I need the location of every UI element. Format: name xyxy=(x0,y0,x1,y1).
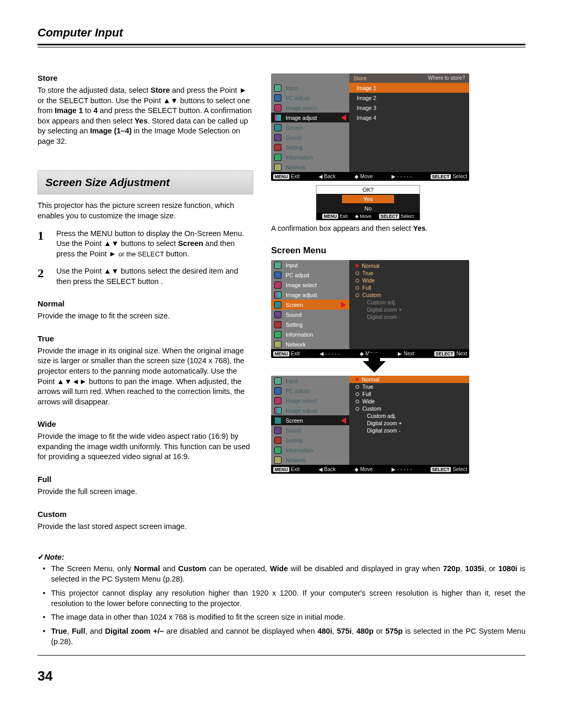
t: and xyxy=(160,564,178,573)
opt: Normal xyxy=(362,376,380,382)
foot-label: Exit xyxy=(291,351,300,356)
input-icon xyxy=(274,377,282,385)
menu-item: Setting xyxy=(286,437,303,443)
menu-key: MENU xyxy=(273,174,289,179)
t: Store xyxy=(151,86,170,94)
osd-left-menu: Input PC adjust Image select Image adjus… xyxy=(271,260,349,349)
menu-item: Image adjust xyxy=(286,115,317,121)
osd-screen-top: Input PC adjust Image select Image adjus… xyxy=(271,260,469,358)
foot-label: Move xyxy=(360,174,373,179)
foot-label: Select xyxy=(401,214,414,219)
osd-store: Store Where to store? Input PC adjust Im… xyxy=(271,73,469,181)
def-true-h: True xyxy=(38,334,253,343)
sound-icon xyxy=(274,134,282,141)
osd-left-menu: Input PC adjust Image select Image adjus… xyxy=(271,83,349,172)
t: are disabled and cannot be displayed whe… xyxy=(164,627,317,635)
foot-label: Move xyxy=(360,466,373,472)
dot-icon xyxy=(356,264,359,267)
confirm-footer: MENU Exit ◆ Move SELECT Select xyxy=(316,213,420,220)
t: , or xyxy=(484,564,498,573)
image-select-icon xyxy=(274,104,282,112)
network-icon xyxy=(274,341,282,348)
list-item: Image 1 xyxy=(357,85,376,91)
input-icon xyxy=(274,262,282,269)
menu-item: Information xyxy=(286,447,313,453)
opt: Custom adj. xyxy=(367,413,396,419)
confirm-yes: Yes xyxy=(342,195,394,203)
t: 1035i xyxy=(465,564,484,573)
setting-icon xyxy=(274,321,282,328)
menu-item: Image select xyxy=(286,398,317,404)
menu-key: MENU xyxy=(273,351,289,356)
osd-right-pane: Normal True Wide Full Custom Custom adj.… xyxy=(349,260,469,349)
t: Yes xyxy=(134,117,148,125)
def-true-b: Provide the image in its original size. … xyxy=(38,346,253,407)
select-key: SELECT xyxy=(431,174,451,179)
t: , xyxy=(460,564,465,573)
opt: Full xyxy=(362,285,371,291)
page-header: Computer Input xyxy=(38,26,525,40)
sound-icon xyxy=(274,427,282,434)
note-item: The image data in other than 1024 x 768 … xyxy=(51,612,525,622)
menu-item: Network xyxy=(286,164,306,170)
t: Screen xyxy=(178,239,203,248)
check-icon: ✔ xyxy=(38,553,44,561)
def-custom-b: Provide the last stored aspect screen im… xyxy=(38,522,253,532)
t: to xyxy=(83,106,93,115)
list-item: Image 4 xyxy=(357,115,376,121)
note-item: This projector cannot display any resolu… xyxy=(51,588,525,609)
t: . xyxy=(426,224,428,232)
page-number: 34 xyxy=(38,668,525,684)
image-adjust-icon xyxy=(274,407,282,414)
opt: Custom xyxy=(362,405,381,412)
foot-label: Back xyxy=(324,174,336,179)
t: True xyxy=(51,627,67,635)
ring-icon xyxy=(356,385,359,389)
down-arrow-icon xyxy=(363,361,386,373)
t: button. xyxy=(164,250,189,258)
intro-text: This projector has the picture screen re… xyxy=(38,201,253,221)
opt: Digital zoom - xyxy=(367,314,400,320)
t: Full xyxy=(72,627,85,635)
menu-item: Information xyxy=(286,331,313,338)
info-icon xyxy=(274,154,282,161)
menu-item: Screen xyxy=(286,302,303,308)
note-block: ✔Note: The Screen Menu, only Normal and … xyxy=(38,552,525,647)
ring-icon xyxy=(356,400,359,403)
step-body: Press the MENU button to display the On-… xyxy=(56,229,253,260)
foot-label: - - - - - xyxy=(325,351,340,356)
menu-item: Sound xyxy=(286,427,301,434)
osd-store-subtitle: Where to store? xyxy=(428,75,465,81)
ring-icon xyxy=(356,286,359,290)
opt: True xyxy=(362,384,373,390)
network-icon xyxy=(274,456,282,464)
menu-item: Setting xyxy=(286,322,303,328)
arrow-left-icon xyxy=(341,115,346,121)
menu-item: Sound xyxy=(286,134,301,141)
t: Yes xyxy=(413,224,425,232)
menu-item: Information xyxy=(286,154,313,161)
menu-item: Input xyxy=(286,378,298,384)
note-item: True, Full, and Digital zoom +/– are dis… xyxy=(51,626,525,647)
store-paragraph: To store the adjusted data, select Store… xyxy=(38,85,253,146)
step-number: 1 xyxy=(38,229,49,260)
menu-key: MENU xyxy=(322,214,338,219)
def-normal-b: Provide the image to fit the screen size… xyxy=(38,311,253,322)
pc-adjust-icon xyxy=(274,94,282,102)
osd-footer: MENUExit ◀ Back ◆ Move ▶ - - - - - SELEC… xyxy=(271,465,469,474)
step-1: 1 Press the MENU button to display the O… xyxy=(38,229,253,260)
t: , and xyxy=(85,627,105,635)
foot-label: - - - - - xyxy=(397,174,412,179)
t: 480p xyxy=(356,627,373,635)
opt: Custom adj. xyxy=(367,299,396,305)
foot-label: Exit xyxy=(340,214,348,219)
ring-icon xyxy=(356,293,359,297)
store-heading: Store xyxy=(38,73,253,82)
menu-item: Image select xyxy=(286,282,317,288)
foot-label: Next xyxy=(456,351,467,356)
step-number: 2 xyxy=(38,266,49,287)
def-wide-h: Wide xyxy=(38,419,253,428)
menu-item: Input xyxy=(286,262,298,268)
sound-icon xyxy=(274,311,282,318)
confirm-no: No xyxy=(316,204,420,213)
